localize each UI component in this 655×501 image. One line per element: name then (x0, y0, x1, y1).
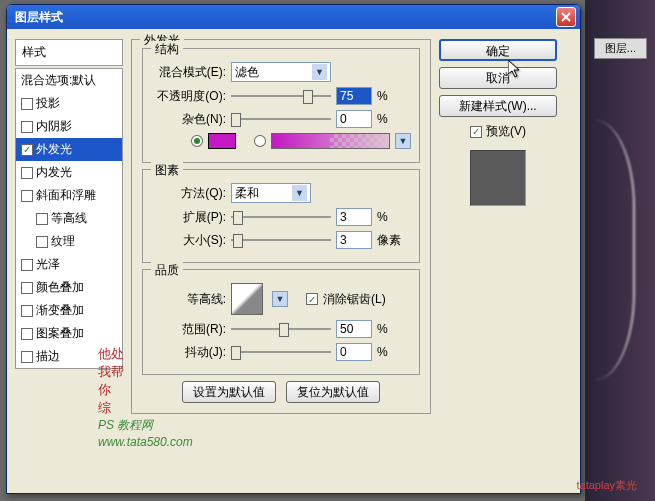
dialog-title: 图层样式 (15, 9, 556, 26)
outer-glow-group: 外发光 结构 混合模式(E): 滤色▼ 不透明度(O): 75 % 杂色(N): (131, 39, 431, 414)
size-input[interactable]: 3 (336, 231, 372, 249)
jitter-label: 抖动(J): (151, 344, 226, 361)
style-item-contour[interactable]: 等高线 (16, 207, 122, 230)
close-icon (561, 12, 571, 22)
jitter-slider[interactable] (231, 344, 331, 360)
antialias-checkbox[interactable]: ✓ (306, 293, 318, 305)
unit: % (377, 89, 388, 103)
noise-input[interactable]: 0 (336, 110, 372, 128)
styles-list: 混合选项:默认 投影 内阴影 ✓外发光 内发光 斜面和浮雕 等高线 纹理 光泽 … (15, 68, 123, 369)
layers-tab[interactable]: 图层... (594, 38, 647, 59)
blend-mode-select[interactable]: 滤色▼ (231, 62, 331, 82)
technique-select[interactable]: 柔和▼ (231, 183, 311, 203)
checkbox[interactable] (21, 305, 33, 317)
checkbox[interactable] (21, 121, 33, 133)
quality-legend: 品质 (151, 262, 183, 279)
titlebar[interactable]: 图层样式 (7, 5, 580, 29)
elements-group: 图素 方法(Q): 柔和▼ 扩展(P): 3 % 大小(S): 3 (142, 169, 420, 263)
dialog-buttons: 确定 取消 新建样式(W)... ✓ 预览(V) (439, 39, 557, 483)
chevron-down-icon: ▼ (312, 64, 327, 80)
styles-header[interactable]: 样式 (15, 39, 123, 66)
spread-label: 扩展(P): (151, 209, 226, 226)
styles-sidebar: 样式 混合选项:默认 投影 内阴影 ✓外发光 内发光 斜面和浮雕 等高线 纹理 … (15, 39, 123, 483)
checkbox[interactable] (21, 282, 33, 294)
range-label: 范围(R): (151, 321, 226, 338)
checkbox[interactable] (21, 351, 33, 363)
checkbox[interactable] (36, 213, 48, 225)
opacity-label: 不透明度(O): (151, 88, 226, 105)
quality-group: 品质 等高线: ▼ ✓ 消除锯齿(L) 范围(R): 50 % (142, 269, 420, 375)
blend-mode-label: 混合模式(E): (151, 64, 226, 81)
settings-panel: 外发光 结构 混合模式(E): 滤色▼ 不透明度(O): 75 % 杂色(N): (131, 39, 431, 483)
unit: % (377, 345, 388, 359)
gradient-radio[interactable] (254, 135, 266, 147)
preview-checkbox[interactable]: ✓ (470, 126, 482, 138)
preview-label: 预览(V) (486, 123, 526, 140)
opacity-slider[interactable] (231, 88, 331, 104)
ok-button[interactable]: 确定 (439, 39, 557, 61)
spread-slider[interactable] (231, 209, 331, 225)
range-input[interactable]: 50 (336, 320, 372, 338)
unit: % (377, 112, 388, 126)
gradient-dropdown[interactable]: ▼ (395, 133, 411, 149)
blend-options-item[interactable]: 混合选项:默认 (16, 69, 122, 92)
style-item-inner-shadow[interactable]: 内阴影 (16, 115, 122, 138)
size-slider[interactable] (231, 232, 331, 248)
checkbox[interactable] (21, 98, 33, 110)
unit: % (377, 322, 388, 336)
spread-input[interactable]: 3 (336, 208, 372, 226)
unit: 像素 (377, 232, 401, 249)
chevron-down-icon: ▼ (292, 185, 307, 201)
color-swatch[interactable] (208, 133, 236, 149)
elements-legend: 图素 (151, 162, 183, 179)
checkbox[interactable] (21, 167, 33, 179)
contour-dropdown[interactable]: ▼ (272, 291, 288, 307)
technique-label: 方法(Q): (151, 185, 226, 202)
antialias-label: 消除锯齿(L) (323, 291, 386, 308)
style-item-gradient-overlay[interactable]: 渐变叠加 (16, 299, 122, 322)
jitter-input[interactable]: 0 (336, 343, 372, 361)
style-item-inner-glow[interactable]: 内发光 (16, 161, 122, 184)
close-button[interactable] (556, 7, 576, 27)
color-radio[interactable] (191, 135, 203, 147)
preview-toggle[interactable]: ✓ 预览(V) (439, 123, 557, 140)
reset-default-button[interactable]: 复位为默认值 (286, 381, 380, 403)
checkbox[interactable]: ✓ (21, 144, 33, 156)
unit: % (377, 210, 388, 224)
preview-swatch (470, 150, 526, 206)
style-item-texture[interactable]: 纹理 (16, 230, 122, 253)
contour-picker[interactable] (231, 283, 263, 315)
style-item-outer-glow[interactable]: ✓外发光 (16, 138, 122, 161)
style-item-drop-shadow[interactable]: 投影 (16, 92, 122, 115)
size-label: 大小(S): (151, 232, 226, 249)
style-item-satin[interactable]: 光泽 (16, 253, 122, 276)
new-style-button[interactable]: 新建样式(W)... (439, 95, 557, 117)
set-default-button[interactable]: 设置为默认值 (182, 381, 276, 403)
style-item-pattern-overlay[interactable]: 图案叠加 (16, 322, 122, 345)
tataplay-watermark: tataplay素光 (576, 478, 637, 493)
noise-label: 杂色(N): (151, 111, 226, 128)
checkbox[interactable] (21, 328, 33, 340)
structure-legend: 结构 (151, 41, 183, 58)
style-item-bevel[interactable]: 斜面和浮雕 (16, 184, 122, 207)
style-item-stroke[interactable]: 描边 (16, 345, 122, 368)
checkbox[interactable] (21, 190, 33, 202)
bg-light-curve (595, 120, 635, 380)
background-panel (585, 0, 655, 501)
range-slider[interactable] (231, 321, 331, 337)
structure-group: 结构 混合模式(E): 滤色▼ 不透明度(O): 75 % 杂色(N): (142, 48, 420, 163)
checkbox[interactable] (36, 236, 48, 248)
noise-slider[interactable] (231, 111, 331, 127)
layer-style-dialog: 图层样式 样式 混合选项:默认 投影 内阴影 ✓外发光 内发光 斜面和浮雕 等高… (6, 4, 581, 494)
cancel-button[interactable]: 取消 (439, 67, 557, 89)
gradient-picker[interactable] (271, 133, 390, 149)
contour-label: 等高线: (151, 291, 226, 308)
opacity-input[interactable]: 75 (336, 87, 372, 105)
checkbox[interactable] (21, 259, 33, 271)
style-item-color-overlay[interactable]: 颜色叠加 (16, 276, 122, 299)
